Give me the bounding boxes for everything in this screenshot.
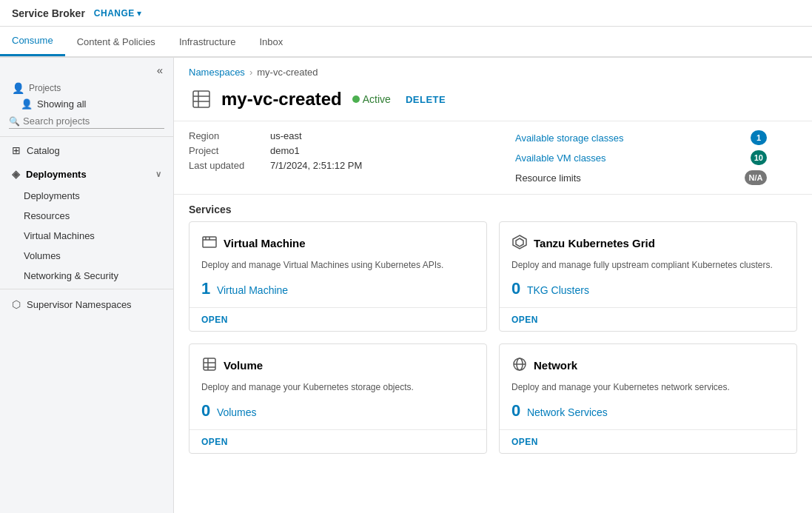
volume-card-title: Volume xyxy=(224,359,263,372)
network-open-link[interactable]: OPEN xyxy=(511,437,538,447)
namespace-icon xyxy=(189,87,214,112)
breadcrumb-separator: › xyxy=(249,67,252,78)
virtual-machine-card-icon xyxy=(201,234,218,252)
resource-limits-label: Resource limits xyxy=(515,172,581,184)
status-dot xyxy=(352,95,360,103)
change-label: CHANGE xyxy=(94,8,135,19)
sidebar-item-catalog[interactable]: ⊞ Catalog xyxy=(0,138,173,162)
volume-card-desc: Deploy and manage your Kubernetes storag… xyxy=(201,380,474,394)
sidebar-sub-item-volumes[interactable]: Volumes xyxy=(0,246,173,266)
storage-classes-link[interactable]: Available storage classes xyxy=(515,133,623,144)
deployments-icon: ◈ xyxy=(12,168,20,180)
network-count-label: Network Services xyxy=(527,406,608,418)
breadcrumb-current: my-vc-created xyxy=(257,67,318,78)
storage-classes-row: Available storage classes 1 xyxy=(515,130,767,145)
svg-rect-10 xyxy=(204,358,215,370)
svg-rect-0 xyxy=(193,91,209,107)
projects-label: Projects xyxy=(29,83,61,93)
showing-all-label: Showing all xyxy=(37,98,87,110)
virtual-machine-count-label: Virtual Machine xyxy=(217,284,288,296)
sidebar-sub-item-networking-security[interactable]: Networking & Security xyxy=(0,266,173,286)
sidebar-sub-item-deployments[interactable]: Deployments xyxy=(0,186,173,206)
vm-classes-badge: 10 xyxy=(751,150,767,165)
virtual-machine-open-link[interactable]: OPEN xyxy=(201,315,228,325)
resource-limits-row: Resource limits N/A xyxy=(515,170,767,185)
breadcrumb: Namespaces › my-vc-created xyxy=(174,58,812,82)
resource-limits-badge: N/A xyxy=(745,170,767,185)
volume-count-label: Volumes xyxy=(217,406,257,418)
tab-inbox[interactable]: Inbox xyxy=(247,27,295,56)
status-badge: Active xyxy=(352,93,391,105)
svg-marker-9 xyxy=(516,238,523,247)
deployments-chevron-icon: ∨ xyxy=(155,170,161,179)
projects-icon: 👤 xyxy=(12,82,24,94)
network-card-icon xyxy=(511,356,528,375)
services-section-label: Services xyxy=(174,194,812,221)
sidebar-sub-item-virtual-machines[interactable]: Virtual Machines xyxy=(0,226,173,246)
volume-count-num: 0 xyxy=(201,401,210,420)
tab-content-policies[interactable]: Content & Policies xyxy=(65,27,167,56)
virtual-machine-card-title: Virtual Machine xyxy=(224,237,306,249)
tanzu-kubernetes-grid-card-icon xyxy=(511,234,528,252)
page-title: my-vc-created xyxy=(221,89,342,110)
catalog-icon: ⊞ xyxy=(12,144,21,156)
project-value: demo1 xyxy=(270,145,300,156)
region-value: us-east xyxy=(270,130,302,141)
storage-classes-badge: 1 xyxy=(751,130,767,145)
project-label: Project xyxy=(189,145,270,156)
last-updated-value: 7/1/2024, 2:51:12 PM xyxy=(270,160,362,171)
sidebar-item-deployments[interactable]: ◈ Deployments ∨ xyxy=(0,162,173,186)
change-button[interactable]: CHANGE ▾ xyxy=(94,8,141,19)
tanzu-kubernetes-grid-card-desc: Deploy and manage fully upstream complia… xyxy=(511,258,785,272)
network-card-title: Network xyxy=(534,359,577,372)
service-card-volume: Volume Deploy and manage your Kubernetes… xyxy=(189,343,487,454)
tab-consume[interactable]: Consume xyxy=(0,27,65,56)
search-icon: 🔍 xyxy=(9,116,20,127)
tanzu-kubernetes-grid-open-link[interactable]: OPEN xyxy=(511,315,538,325)
network-card-desc: Deploy and manage your Kubernetes networ… xyxy=(511,380,785,394)
vm-classes-row: Available VM classes 10 xyxy=(515,150,767,165)
region-label: Region xyxy=(189,130,270,141)
delete-button[interactable]: DELETE xyxy=(406,94,446,105)
volume-open-link[interactable]: OPEN xyxy=(201,437,228,447)
virtual-machine-card-desc: Deploy and manage Virtual Machines using… xyxy=(201,258,474,272)
tanzu-kubernetes-count-label: TKG Clusters xyxy=(527,284,589,296)
vm-classes-link[interactable]: Available VM classes xyxy=(515,152,606,164)
service-broker-brand: Service Broker xyxy=(12,7,85,19)
sidebar-sub-item-resources[interactable]: Resources xyxy=(0,206,173,226)
service-card-network: Network Deploy and manage your Kubernete… xyxy=(499,343,797,454)
service-card-virtual-machine: Virtual Machine Deploy and manage Virtua… xyxy=(189,221,487,332)
tab-infrastructure[interactable]: Infrastructure xyxy=(167,27,248,56)
network-count-num: 0 xyxy=(511,401,520,420)
tanzu-kubernetes-count-num: 0 xyxy=(511,279,520,298)
supervisor-namespaces-icon: ⬡ xyxy=(12,298,21,310)
breadcrumb-parent-link[interactable]: Namespaces xyxy=(189,67,245,78)
virtual-machine-count-num: 1 xyxy=(201,279,210,298)
status-label: Active xyxy=(363,93,391,105)
sidebar-collapse-button[interactable]: « xyxy=(152,62,167,78)
last-updated-label: Last updated xyxy=(189,160,270,171)
tanzu-kubernetes-grid-card-title: Tanzu Kubernetes Grid xyxy=(534,237,655,249)
showing-all-icon: 👤 xyxy=(21,98,33,110)
sidebar-item-supervisor-namespaces[interactable]: ⬡ Supervisor Namespaces xyxy=(0,292,173,316)
service-card-tanzu-kubernetes-grid: Tanzu Kubernetes Grid Deploy and manage … xyxy=(499,221,797,332)
volume-card-icon xyxy=(201,356,218,375)
search-projects-input[interactable] xyxy=(23,115,164,127)
chevron-down-icon: ▾ xyxy=(137,8,141,19)
